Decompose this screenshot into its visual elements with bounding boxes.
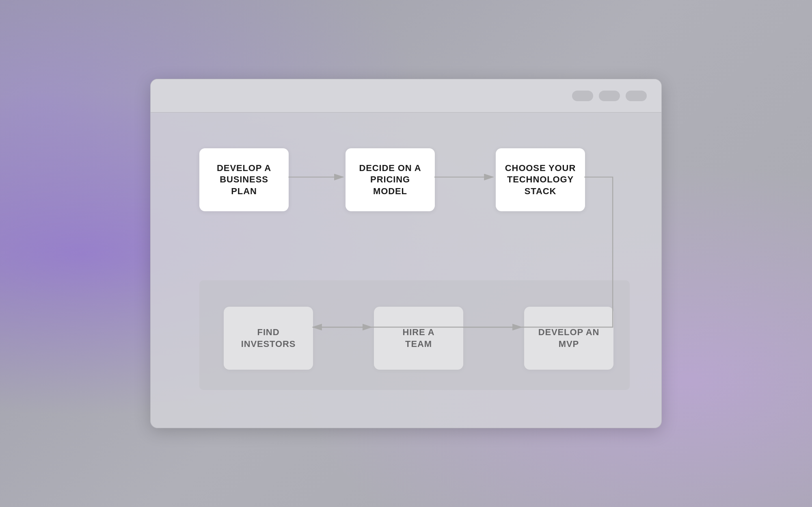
- titlebar-btn-3[interactable]: [626, 91, 647, 101]
- titlebar-btn-2[interactable]: [599, 91, 620, 101]
- titlebar-buttons: [572, 91, 647, 101]
- window-content: DEVELOP A BUSINESS PLAN DECIDE ON A PRIC…: [151, 113, 661, 428]
- app-window: DEVELOP A BUSINESS PLAN DECIDE ON A PRIC…: [150, 79, 662, 428]
- row2-background: [199, 280, 630, 390]
- card-develop-business-plan: DEVELOP A BUSINESS PLAN: [199, 148, 289, 211]
- card-label: DEVELOP A BUSINESS PLAN: [207, 162, 281, 197]
- flowchart-container: DEVELOP A BUSINESS PLAN DECIDE ON A PRIC…: [175, 132, 637, 409]
- card-choose-tech-stack: CHOOSE YOUR TECHNOLOGY STACK: [496, 148, 585, 211]
- card-label: CHOOSE YOUR TECHNOLOGY STACK: [505, 162, 576, 197]
- card-decide-pricing-model: DECIDE ON A PRICING MODEL: [346, 148, 435, 211]
- titlebar: [151, 79, 661, 113]
- titlebar-btn-1[interactable]: [572, 91, 593, 101]
- card-label: DECIDE ON A PRICING MODEL: [354, 162, 427, 197]
